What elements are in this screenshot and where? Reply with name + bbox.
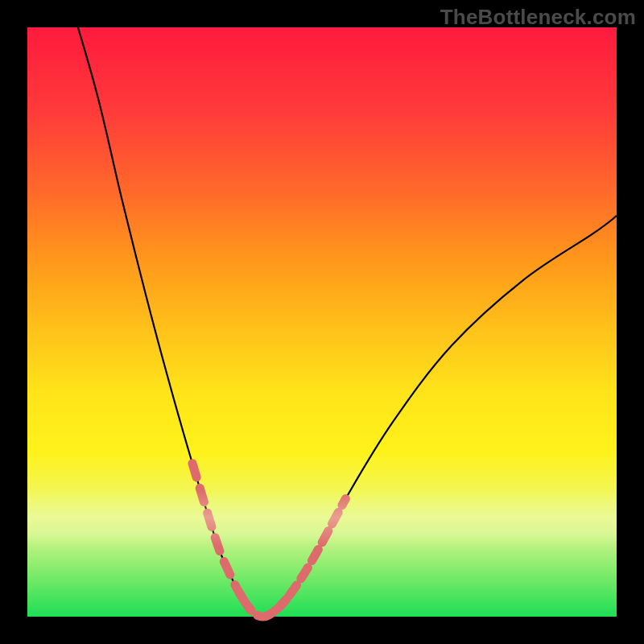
watermark-text: TheBottleneck.com xyxy=(440,5,636,30)
chart-frame: TheBottleneck.com xyxy=(0,0,644,644)
highlight-left-descent xyxy=(192,464,251,611)
bottleneck-curve xyxy=(75,15,617,617)
bottleneck-curve-svg xyxy=(27,27,617,617)
highlight-right-ascent xyxy=(275,499,345,611)
plot-area xyxy=(27,27,617,617)
